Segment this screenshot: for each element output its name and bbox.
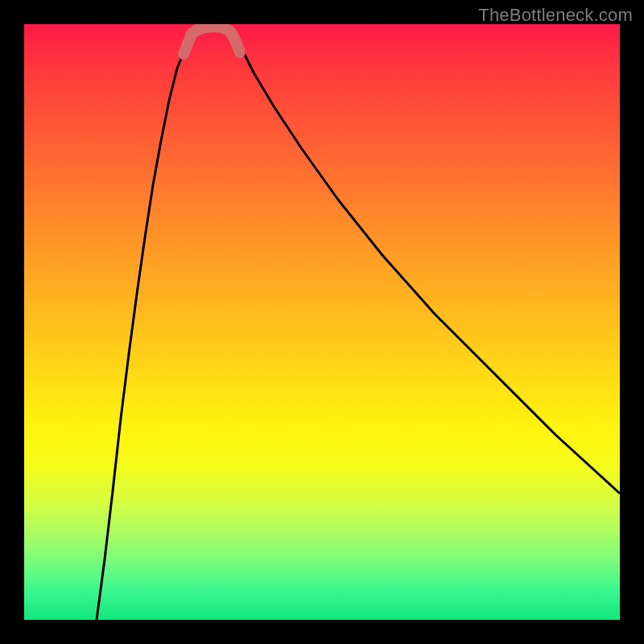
series-curve-right <box>232 34 620 493</box>
watermark-text: TheBottleneck.com <box>478 5 633 26</box>
series-curve-left <box>97 34 192 620</box>
series-highlight-right-arm <box>232 34 240 52</box>
chart-svg <box>24 24 620 620</box>
chart-plot-area <box>24 24 620 620</box>
series-highlight-bottom <box>192 27 232 34</box>
